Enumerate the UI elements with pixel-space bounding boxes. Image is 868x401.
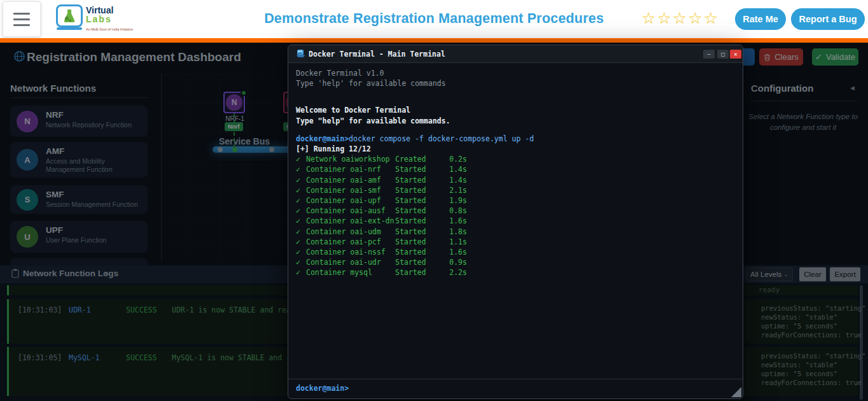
- compose-result-row: ✓ Container oai-smf Started 2.1s: [296, 185, 735, 195]
- compose-name: Container oai-ausf: [306, 206, 395, 216]
- compose-name: Container oai-udr: [306, 257, 395, 267]
- compose-name: Container oai-smf: [306, 185, 395, 195]
- compose-result-row: ✓ Container oai-upf Started 1.9s: [296, 195, 735, 206]
- star-rating[interactable]: ☆☆☆☆☆: [641, 8, 718, 27]
- compose-time: 1.9s: [449, 195, 467, 206]
- report-bug-button[interactable]: Report a Bug: [791, 8, 865, 30]
- compose-status: Started: [395, 247, 449, 257]
- compose-time: 2.2s: [449, 267, 467, 278]
- minimize-button[interactable]: –: [703, 50, 715, 59]
- compose-status: Started: [395, 185, 449, 195]
- star-icon[interactable]: ☆: [704, 8, 718, 27]
- compose-time: 0.8s: [449, 206, 467, 216]
- compose-name: Container oai-nrf: [306, 164, 395, 174]
- compose-result-row: ✓ Container oai-ausf Started 0.8s: [296, 206, 735, 216]
- compose-status: Started: [395, 216, 449, 226]
- compose-time: 1.4s: [449, 175, 467, 185]
- compose-running-line: [+] Running 12/12: [296, 144, 735, 154]
- compose-status: Created: [395, 154, 449, 164]
- terminal-input-divider: [288, 379, 743, 379]
- compose-time: 0.2s: [449, 154, 467, 164]
- check-icon: ✓: [296, 195, 306, 206]
- compose-name: Container oai-pcf: [306, 237, 395, 247]
- screen: Virtual Labs An MoE Govt of India Initia…: [0, 0, 868, 401]
- check-icon: ✓: [296, 267, 306, 278]
- compose-result-row: ✓ Container oai-ext-dn Started 1.6s: [296, 216, 735, 226]
- close-button[interactable]: ✕: [730, 50, 741, 59]
- docker-whale-icon: [296, 49, 306, 59]
- accent-bar: [0, 38, 868, 43]
- compose-result-row: ✓ Container oai-amf Started 1.4s: [296, 175, 735, 185]
- resize-handle[interactable]: [731, 387, 741, 397]
- terminal-command-line: docker@main>docker compose -f docker-com…: [296, 134, 735, 144]
- compose-result-row: ✓ Container oai-nssf Started 1.6s: [296, 247, 735, 257]
- compose-name: Container oai-udm: [306, 227, 395, 237]
- terminal-welcome-line: Welcome to Docker Terminal: [296, 105, 735, 115]
- compose-result-row: ✓ Container oai-pcf Started 1.1s: [296, 237, 735, 247]
- compose-result-row: ✓ Container oai-udr Started 0.9s: [296, 257, 735, 267]
- compose-time: 1.8s: [449, 227, 467, 237]
- terminal-titlebar[interactable]: Docker Terminal - Main Terminal – □ ✕: [288, 45, 743, 63]
- compose-time: 2.1s: [449, 185, 467, 195]
- terminal-prompt: docker@main>: [296, 134, 349, 143]
- compose-time: 1.6s: [449, 216, 467, 226]
- compose-time: 1.4s: [449, 164, 467, 174]
- compose-status: Started: [395, 257, 449, 267]
- terminal-help-line: Type 'help' for available commands: [296, 78, 735, 88]
- compose-status: Started: [395, 175, 449, 185]
- compose-result-row: ✓ Container mysql Started 2.2s: [296, 267, 735, 278]
- compose-name: Container oai-amf: [306, 175, 395, 185]
- compose-status: Started: [395, 237, 449, 247]
- compose-result-row: ✓ Container oai-nrf Started 1.4s: [296, 164, 735, 174]
- app-header: Virtual Labs An MoE Govt of India Initia…: [0, 0, 868, 38]
- check-icon: ✓: [296, 237, 306, 247]
- star-icon[interactable]: ☆: [657, 8, 671, 27]
- check-icon: ✓: [296, 227, 306, 237]
- check-icon: ✓: [296, 216, 306, 226]
- compose-time: 0.9s: [449, 257, 467, 267]
- check-icon: ✓: [296, 185, 306, 195]
- maximize-button[interactable]: □: [717, 50, 729, 59]
- star-icon[interactable]: ☆: [641, 8, 655, 27]
- terminal-title: Docker Terminal - Main Terminal: [309, 50, 445, 59]
- check-icon: ✓: [296, 154, 306, 164]
- check-icon: ✓: [296, 257, 306, 267]
- compose-status: Started: [395, 164, 449, 174]
- rate-me-button[interactable]: Rate Me: [735, 8, 786, 30]
- terminal-command: docker compose -f docker-compose.yml up …: [349, 134, 534, 143]
- terminal-welcome-help: Type "help" for available commands.: [296, 116, 735, 126]
- terminal-version-line: Docker Terminal v1.0: [296, 68, 735, 78]
- compose-result-row: ✓ Container oai-udm Started 1.8s: [296, 227, 735, 237]
- star-icon[interactable]: ☆: [673, 8, 687, 27]
- compose-name: Network oaiworkshop: [306, 154, 395, 164]
- compose-name: Container oai-upf: [306, 195, 395, 206]
- compose-name: Container oai-nssf: [306, 247, 395, 257]
- compose-name: Container oai-ext-dn: [306, 216, 395, 226]
- compose-status: Started: [395, 195, 449, 206]
- compose-status: Started: [395, 227, 449, 237]
- docker-terminal-window: Docker Terminal - Main Terminal – □ ✕ Do…: [288, 45, 743, 399]
- star-icon[interactable]: ☆: [688, 8, 702, 27]
- compose-time: 1.1s: [449, 237, 467, 247]
- compose-status: Started: [395, 267, 449, 278]
- compose-result-list: ✓ Network oaiworkshop Created 0.2s ✓ Con…: [296, 154, 735, 278]
- compose-result-row: ✓ Network oaiworkshop Created 0.2s: [296, 154, 735, 164]
- check-icon: ✓: [296, 206, 306, 216]
- check-icon: ✓: [296, 164, 306, 174]
- terminal-output: Docker Terminal v1.0 Type 'help' for ava…: [288, 63, 743, 398]
- check-icon: ✓: [296, 247, 306, 257]
- compose-status: Started: [395, 206, 449, 216]
- compose-time: 1.6s: [449, 247, 467, 257]
- terminal-input-line[interactable]: docker@main>: [296, 384, 349, 393]
- check-icon: ✓: [296, 175, 306, 185]
- compose-name: Container mysql: [306, 267, 395, 278]
